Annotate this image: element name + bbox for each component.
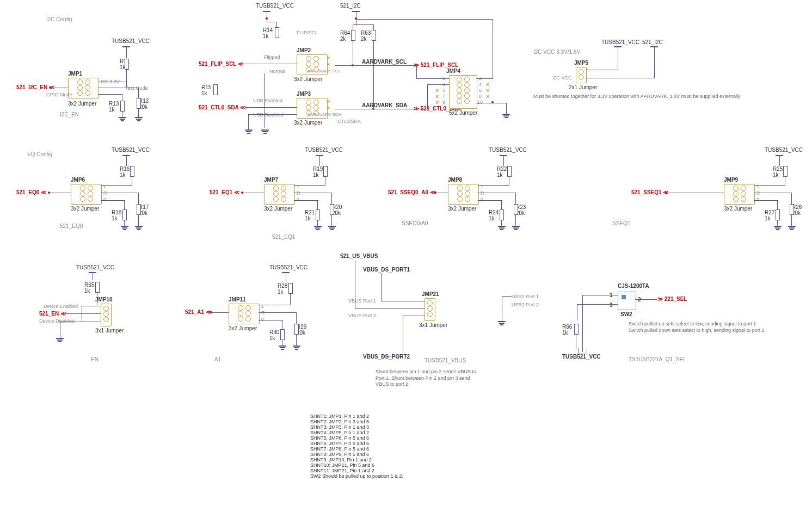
jmp7-signal: 521_EQ1 ≪ xyxy=(210,189,239,195)
r21-value: 1k xyxy=(305,215,311,221)
jmp9-type: 3x2 Jumper xyxy=(724,206,752,212)
521-i2c-label: 521_I2C xyxy=(340,3,361,9)
jmp11-p3: 0 xyxy=(261,317,264,322)
r18-name: R18 xyxy=(112,209,121,215)
r64-value: 2k xyxy=(340,36,346,42)
r18-value: 1k xyxy=(112,215,118,221)
jmp10-signal: 521_EN ≪ xyxy=(39,311,66,317)
jmp4-out-scl: ≫ 521_FLIP_SCL xyxy=(414,62,458,68)
jmp6-name: JMP6 xyxy=(71,177,85,183)
jmp11-sub: A1 xyxy=(214,356,221,362)
r28-name: R28 xyxy=(278,283,287,289)
jmp3-signal: 521_CTL0_SDA ≪ xyxy=(199,104,245,110)
sw2-pin3: 3 xyxy=(610,302,613,308)
jmp7-vcc: TUSB521_VCC xyxy=(305,147,343,153)
r28-value: 1k xyxy=(278,289,284,295)
jmp8-vcc: TUSB521_VCC xyxy=(489,147,527,153)
jmp10-sub: EN xyxy=(91,356,99,362)
shunt-note-line: SHNT9: JMP10, Pin 1 and 2 xyxy=(310,457,403,462)
jmp11-body xyxy=(229,304,260,324)
r65-name: R65 xyxy=(84,282,94,288)
aardvark-sda: AARDVARK_SDA xyxy=(362,102,407,108)
r24-name: R24 xyxy=(489,209,499,215)
sw2-p1: USB2 Port 1 xyxy=(512,294,539,299)
sw2-body xyxy=(618,292,636,310)
jmp21-t2: VBUS Port 2 xyxy=(348,313,376,318)
jmp4-pin8: 8 xyxy=(479,94,482,99)
jmp8-p3: 0 xyxy=(481,197,483,202)
jmp2-p2: Normal xyxy=(269,69,285,74)
sw2-block: CJS-1200TA USB2 Port 1 USB2 Port 2 1 2 3… xyxy=(498,272,770,386)
jmp10-p2: Device Disabled xyxy=(39,318,75,324)
r25-name: R25 xyxy=(773,166,783,172)
jmp5-label: I2C VCC xyxy=(552,75,572,81)
jmp10-name: JMP10 xyxy=(95,297,113,303)
jmp11-signal: 521_A1 ≪ xyxy=(185,309,211,315)
r19-value: 1k xyxy=(313,172,319,178)
jmp5-block: I2C VCC 3.3V/1.8V TUSB521_VCC 521_I2C JM… xyxy=(533,38,669,109)
r63-value: 2k xyxy=(361,36,367,42)
jmp1-sub: I2C_EN xyxy=(60,112,79,118)
jmp1-block: TUSB521_VCC R11 1k JMP1 I2C 3.3V Test Mo… xyxy=(16,33,163,141)
r30-value: 1k xyxy=(269,335,275,341)
jmp6-signal: 521_EQ0 ≪ xyxy=(16,189,46,195)
shunt-note-line: SHNT7: JMP8, Pin 5 and 6 xyxy=(310,446,403,452)
jmp21-name: JMP21 xyxy=(422,291,439,297)
jmp2-signal: 521_FLIP_SCL ≪ xyxy=(199,61,243,67)
jmp8-signal: 521_SSEQ0_A0 ≪ xyxy=(388,189,435,195)
jmp5-note-top: I2C VCC 3.3V/1.8V xyxy=(533,49,580,55)
jmp7-block: TUSB521_VCC R19 1k JMP7 3x2 Jumper 1 R 0… xyxy=(210,141,351,250)
jmp7-type: 3x2 Jumper xyxy=(264,206,292,212)
shunt-note-line: SHNT2: JMP2, Pin 3 and 5 xyxy=(310,419,403,424)
jmp21-type: 3x1 Jumper xyxy=(419,322,447,328)
jmp21-t1: VBUS Port 1 xyxy=(348,298,376,304)
aardvark-scl: AARDVARK_SCL xyxy=(362,59,407,65)
jmp7-body xyxy=(264,184,295,205)
jmp21-block: 521_US_VBUS VBUS_DS_PORT1 VBUS_DS_PORT2 … xyxy=(340,250,487,392)
vcc-label-2: TUSB521_VCC xyxy=(256,3,294,9)
r22-value: 1k xyxy=(497,172,503,178)
jmp11-p2: R xyxy=(261,310,265,316)
shunt-note-line: SHNT3: JMP3, Pin 1 and 3 xyxy=(310,424,403,430)
jmp4-name: JMP4 xyxy=(446,68,460,74)
r21-name: R21 xyxy=(305,209,315,215)
jmp4-pin5: 5 xyxy=(442,88,445,93)
r16-name: R16 xyxy=(120,166,130,172)
jmp8-name: JMP8 xyxy=(448,177,462,183)
i2c-config-title: I2C Config xyxy=(46,16,72,22)
jmp9-name: JMP9 xyxy=(724,177,738,183)
jmp6-vcc: TUSB521_VCC xyxy=(112,147,150,153)
jmp6-p2: R xyxy=(103,190,107,196)
jmp21-ds1: VBUS_DS_PORT1 xyxy=(363,267,410,273)
jmp1-p2: Test Mode xyxy=(125,85,148,91)
jmp8-sub: SSEQ0/A0 xyxy=(402,220,428,226)
jmp9-vcc: TUSB521_VCC xyxy=(765,147,803,153)
jmp21-top: 521_US_VBUS xyxy=(340,253,378,259)
sw2-note: Switch pulled up sets select to low, sen… xyxy=(629,321,770,334)
jmp10-body xyxy=(101,304,112,326)
jmp9-signal: 521_SSEQ1 ≪ xyxy=(631,189,668,195)
flip-scl-label: FLIP/SCL xyxy=(297,30,318,35)
jmp8-block: TUSB521_VCC R22 1k JMP8 3x2 Jumper 1 R 0… xyxy=(393,141,535,250)
jmp5-vcc: TUSB521_VCC xyxy=(601,39,639,45)
jmp4-body xyxy=(449,75,477,109)
shunt-note-line: SHNT8: JMP9, Pin 5 and 6 xyxy=(310,452,403,457)
jmp2-p1: Flipped xyxy=(264,54,280,60)
jmp9-p2: R xyxy=(756,190,760,196)
jmp3-type: 3x2 Jumper xyxy=(294,120,322,126)
jmp4-type: 5x2 Jumper xyxy=(449,110,477,116)
shunt-note-line: SHNT5: JMP6, Pin 5 and 6 xyxy=(310,435,403,441)
jmp10-p1: Device Enabled xyxy=(44,304,78,309)
jmp7-sub: 521_EQ1 xyxy=(272,234,295,240)
r14-value: 1k xyxy=(263,33,269,39)
shunt-note-line: SHNT1: JMP1, Pin 1 and 2 xyxy=(310,414,403,419)
jmp21-body xyxy=(425,298,435,321)
r19-name: R19 xyxy=(313,166,323,172)
r27-name: R27 xyxy=(765,209,774,215)
jmp10-type: 3x1 Jumper xyxy=(95,328,124,334)
jmp8-body xyxy=(448,184,479,205)
r64-name: R64 xyxy=(340,30,350,36)
jmp6-p3: 0 xyxy=(103,197,106,202)
jmp5-note: Must be shunted together for 3.3V operat… xyxy=(533,94,762,100)
shunt-note-line: SHNT10: JMP11, Pin 5 and 6 xyxy=(310,462,403,468)
